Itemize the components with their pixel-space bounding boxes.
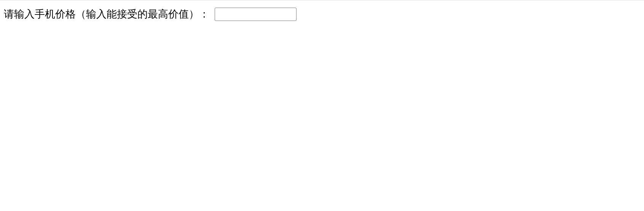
price-form-row: 请输入手机价格（输入能接受的最高价值）： [0, 0, 644, 22]
price-label: 请输入手机价格（输入能接受的最高价值）： [4, 7, 209, 22]
price-input[interactable] [215, 8, 296, 21]
